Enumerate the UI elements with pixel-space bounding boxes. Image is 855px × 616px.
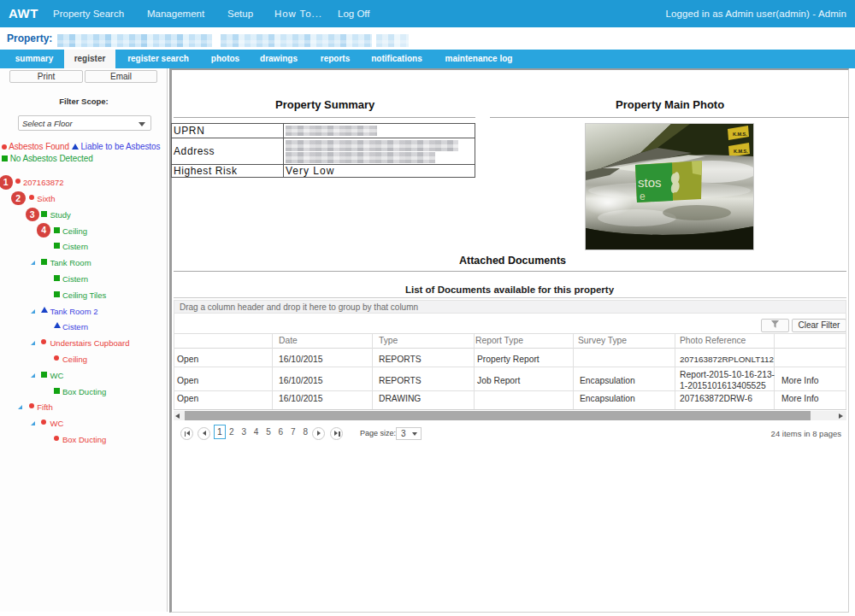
- svg-text:K.M.S.: K.M.S.: [733, 132, 747, 137]
- svg-text:stos: stos: [638, 175, 662, 190]
- svg-text:e: e: [640, 191, 646, 202]
- svg-text:K.M.S.: K.M.S.: [734, 149, 748, 154]
